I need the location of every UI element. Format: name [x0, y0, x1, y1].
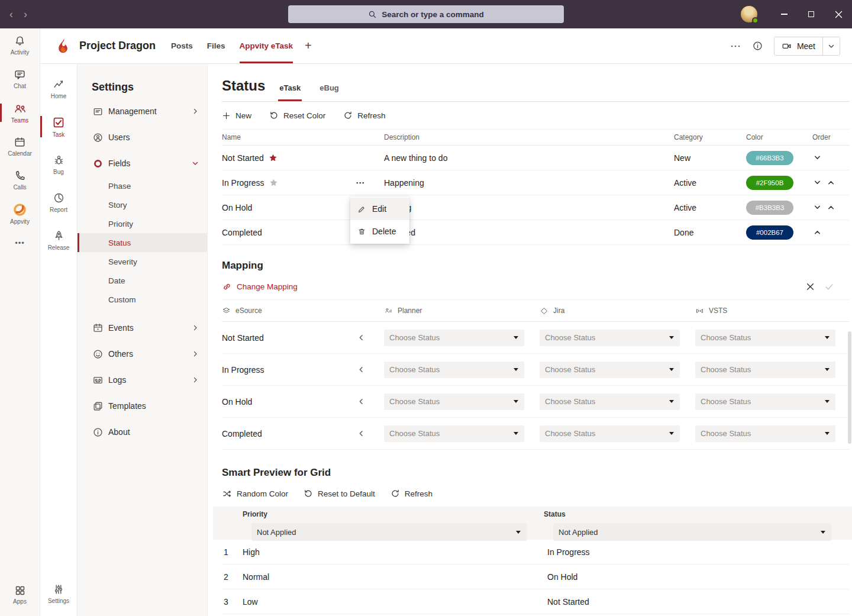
- color-pill[interactable]: #B3B3B3: [746, 201, 793, 215]
- vsts-status-dropdown[interactable]: Choose Status: [695, 394, 835, 410]
- module-item-home[interactable]: Home: [40, 70, 77, 108]
- nav-subitem-severity[interactable]: Severity: [78, 252, 207, 271]
- forward-button[interactable]: ›: [24, 9, 27, 20]
- color-pill[interactable]: #66B3B3: [746, 151, 793, 165]
- tab-files[interactable]: Files: [207, 28, 225, 63]
- nav-item-fields[interactable]: Fields: [78, 150, 207, 176]
- move-up-icon[interactable]: [827, 204, 835, 211]
- module-item-task[interactable]: Task: [40, 108, 77, 146]
- report-icon: [53, 192, 65, 204]
- reset-to-default-button[interactable]: Reset to Default: [304, 489, 375, 498]
- rail-label: Calendar: [8, 150, 32, 157]
- back-button[interactable]: ‹: [9, 9, 13, 20]
- cancel-mapping-icon[interactable]: [806, 282, 815, 291]
- nav-item-templates[interactable]: Templates: [78, 393, 207, 419]
- vsts-status-dropdown[interactable]: Choose Status: [695, 362, 835, 378]
- jira-status-dropdown[interactable]: Choose Status: [540, 425, 680, 442]
- module-item-report[interactable]: Report: [40, 183, 77, 221]
- rail-item-calendar[interactable]: Calendar: [0, 130, 40, 163]
- color-pill[interactable]: #002B67: [746, 225, 793, 240]
- search-input[interactable]: Search or type a command: [288, 5, 564, 23]
- nav-subitem-phase[interactable]: Phase: [78, 176, 207, 195]
- nav-item-users[interactable]: Users: [78, 124, 207, 150]
- avatar[interactable]: [741, 6, 757, 22]
- random-color-button[interactable]: Random Color: [222, 489, 288, 499]
- nav-subitem-status[interactable]: Status: [78, 233, 207, 252]
- meet-button[interactable]: Meet: [774, 37, 822, 55]
- status-filter-dropdown[interactable]: Not Applied: [553, 523, 831, 541]
- home-icon: [53, 78, 65, 91]
- meet-dropdown-button[interactable]: [823, 37, 840, 55]
- nav-item-logs[interactable]: Logs: [78, 367, 207, 393]
- rail-item-teams[interactable]: Teams: [0, 96, 40, 130]
- preview-row: 1 High In Progress: [222, 540, 850, 565]
- menu-item-delete[interactable]: Delete: [350, 220, 409, 243]
- reset-color-button[interactable]: Reset Color: [269, 111, 325, 120]
- status-name: On Hold: [222, 203, 252, 212]
- minimize-button[interactable]: [770, 0, 798, 28]
- refresh-preview-button[interactable]: Refresh: [390, 489, 433, 498]
- rail-item-calls[interactable]: Calls: [0, 163, 40, 197]
- planner-status-dropdown[interactable]: Choose Status: [384, 330, 524, 346]
- rail-label: Activity: [11, 49, 30, 56]
- move-up-icon[interactable]: [814, 228, 821, 236]
- close-button[interactable]: [825, 0, 852, 28]
- star-filled-icon[interactable]: [269, 153, 277, 162]
- add-tab-button[interactable]: +: [305, 39, 312, 53]
- more-options-button[interactable]: ⋯: [730, 40, 741, 53]
- chevron-left-icon: [357, 366, 365, 373]
- tab-posts[interactable]: Posts: [171, 28, 193, 63]
- jira-status-dropdown[interactable]: Choose Status: [540, 330, 680, 346]
- status-row-in-progress: In Progress Happening Active #2F950B ⋯: [222, 170, 850, 195]
- refresh-button[interactable]: Refresh: [343, 111, 385, 120]
- dropdown-value: Choose Status: [389, 397, 440, 406]
- titlebar: ‹ › Search or type a command: [0, 0, 852, 28]
- row-more-button[interactable]: ⋯: [356, 170, 365, 195]
- module-item-settings[interactable]: Settings: [40, 575, 77, 612]
- rail-item-appvity[interactable]: Appvity: [0, 197, 40, 231]
- tab-ebug[interactable]: eBug: [318, 83, 340, 101]
- move-down-icon[interactable]: [814, 179, 821, 186]
- nav-item-events[interactable]: Events: [78, 315, 207, 341]
- nav-label: Others: [108, 349, 133, 359]
- scrollbar-thumb[interactable]: [848, 331, 851, 444]
- info-icon[interactable]: [752, 40, 763, 51]
- menu-item-edit[interactable]: Edit: [350, 198, 409, 220]
- change-mapping-link[interactable]: Change Mapping: [222, 282, 298, 292]
- jira-status-dropdown[interactable]: Choose Status: [540, 362, 680, 378]
- move-up-icon[interactable]: [827, 179, 835, 186]
- users-icon: [92, 131, 104, 143]
- planner-status-dropdown[interactable]: Choose Status: [384, 362, 524, 378]
- confirm-mapping-icon[interactable]: [824, 282, 834, 292]
- rail-item-apps[interactable]: Apps: [0, 578, 40, 611]
- vsts-status-dropdown[interactable]: Choose Status: [695, 425, 835, 442]
- rail-more-button[interactable]: •••: [0, 231, 40, 254]
- planner-status-dropdown[interactable]: Choose Status: [384, 425, 524, 442]
- rail-item-chat[interactable]: Chat: [0, 62, 40, 96]
- priority-filter-dropdown[interactable]: Not Applied: [251, 523, 527, 541]
- nav-subitem-date[interactable]: Date: [78, 271, 207, 290]
- jira-status-dropdown[interactable]: Choose Status: [540, 394, 680, 410]
- move-down-icon[interactable]: [814, 204, 821, 211]
- nav-item-others[interactable]: Others: [78, 341, 207, 367]
- team-tabs: Posts Files Appvity eTask: [171, 28, 293, 63]
- plus-icon: [222, 111, 231, 120]
- nav-subitem-story[interactable]: Story: [78, 195, 207, 214]
- star-outline-icon[interactable]: [269, 178, 278, 187]
- maximize-button[interactable]: [798, 0, 825, 28]
- tab-etask[interactable]: eTask: [278, 83, 302, 101]
- tab-appvity-etask[interactable]: Appvity eTask: [240, 28, 293, 63]
- vsts-status-dropdown[interactable]: Choose Status: [695, 330, 835, 346]
- module-item-bug[interactable]: Bug: [40, 146, 77, 183]
- rail-item-activity[interactable]: Activity: [0, 28, 40, 62]
- new-button[interactable]: New: [222, 111, 251, 120]
- color-pill[interactable]: #2F950B: [746, 176, 793, 190]
- planner-status-dropdown[interactable]: Choose Status: [384, 394, 524, 410]
- dropdown-value: Choose Status: [701, 429, 751, 438]
- nav-item-about[interactable]: About: [78, 419, 207, 445]
- move-down-icon[interactable]: [814, 154, 821, 162]
- nav-subitem-custom[interactable]: Custom: [78, 290, 207, 309]
- nav-subitem-priority[interactable]: Priority: [78, 214, 207, 233]
- nav-item-management[interactable]: Management: [78, 98, 207, 124]
- module-item-release[interactable]: Release: [40, 221, 77, 259]
